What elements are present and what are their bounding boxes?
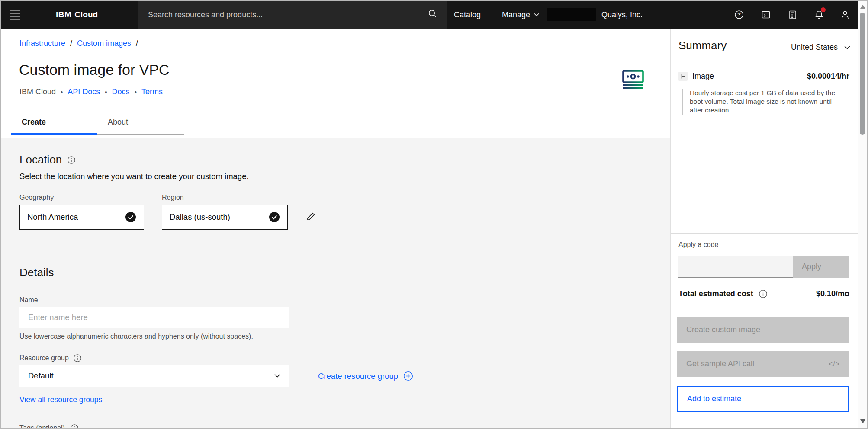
logo-cloud-text: Cloud [74,10,98,19]
total-cost-row: Total estimated cost $0.10/mo [678,289,849,298]
chevron-down-icon [844,45,850,49]
chevron-down-icon [534,13,539,16]
breadcrumb-separator: / [70,39,72,48]
image-line-item-description: Hourly storage cost per 1 GB of data use… [682,89,841,115]
view-all-resource-groups-link[interactable]: View all resource groups [19,395,102,404]
details-section-heading: Details [19,266,54,279]
get-sample-api-call-label: Get sample API call [686,359,754,368]
geography-label: Geography [19,194,54,202]
profile-icon[interactable] [840,10,850,20]
global-search [138,1,447,29]
location-section-heading: Location [19,153,76,166]
summary-heading: Summary [678,39,727,52]
region-tile[interactable]: Dallas (us-south) [162,205,288,230]
bullet-separator: • [135,88,137,96]
total-cost-value: $0.10/mo [816,289,849,298]
summary-image-row: Image $0.00014/hr [678,72,849,81]
location-description: Select the location where you want to cr… [19,172,249,181]
region-label: Region [162,194,184,202]
geography-value: North America [27,212,78,222]
nav-manage[interactable]: Manage [502,1,539,29]
country-value: United States [791,43,838,52]
apply-code-button[interactable]: Apply [793,256,849,278]
apply-code-row: Apply [678,256,849,278]
scrollbar-up-arrow[interactable] [860,5,865,9]
name-helper-text: Use lowercase alphanumeric characters an… [19,333,253,340]
web-terminal-icon[interactable] [761,10,771,20]
cost-estimator-icon[interactable] [788,10,798,20]
tags-label-row: Tags (optional) [19,424,79,429]
tab-about[interactable]: About [97,116,184,135]
resource-group-select[interactable]: Default [19,365,289,387]
bullet-separator: • [105,88,107,96]
name-input[interactable] [19,307,289,328]
scrollbar-down-arrow[interactable] [860,419,865,423]
resource-group-label-row: Resource group [19,354,82,362]
get-sample-api-call-button[interactable]: Get sample API call </> [677,351,849,377]
add-circle-icon [403,371,413,381]
promo-code-input[interactable] [678,256,793,278]
summary-panel: Summary United States Image $0.00014/hr … [670,29,860,429]
notification-badge [821,7,826,12]
create-custom-image-button[interactable]: Create custom image [677,317,849,343]
main-content: Infrastructure / Custom images / Custom … [1,29,670,429]
edit-location-icon[interactable] [305,210,317,223]
nav-catalog[interactable]: Catalog [454,1,481,29]
terms-link[interactable]: Terms [141,87,163,96]
logo-ibm-text: IBM [56,10,71,19]
divider [671,233,860,234]
custom-image-product-icon [622,70,644,92]
tab-create[interactable]: Create [11,116,97,135]
ibm-cloud-logo[interactable]: IBM Cloud [56,1,98,29]
bullet-separator: • [61,88,63,96]
resource-group-value: Default [28,371,54,381]
info-icon[interactable] [73,354,82,362]
code-icon: </> [829,360,840,368]
page-subtitle: IBM Cloud • API Docs • Docs • Terms [19,87,163,96]
provider-label: IBM Cloud [19,87,56,96]
create-resource-group-link[interactable]: Create resource group [318,371,413,381]
account-name: Qualys, Inc. [601,1,643,29]
image-line-item-price: $0.00014/hr [807,72,849,81]
region-value: Dallas (us-south) [170,212,230,222]
add-to-estimate-button[interactable]: Add to estimate [677,386,849,412]
notifications-icon[interactable] [814,10,824,20]
apply-code-label: Apply a code [678,241,719,249]
ibm-cloud-console: IBM Cloud Catalog Manage Qualys, Inc. ? [0,0,868,429]
chevron-down-icon [274,374,280,378]
image-line-item-label: Image [692,72,714,81]
page-scrollbar[interactable] [858,1,867,428]
resource-group-label: Resource group [19,354,69,362]
api-docs-link[interactable]: API Docs [68,87,100,96]
page-title: Custom image for VPC [19,61,170,78]
tags-label: Tags (optional) [19,424,65,429]
create-resource-group-label: Create resource group [318,371,398,381]
breadcrumb-custom-images[interactable]: Custom images [77,39,131,48]
checkmark-icon [269,211,280,223]
checkmark-icon [125,211,136,223]
docs-link[interactable]: Docs [112,87,130,96]
search-icon[interactable] [428,9,438,21]
search-input[interactable] [148,10,428,19]
breadcrumb-infrastructure[interactable]: Infrastructure [19,39,65,48]
details-heading: Details [19,266,54,279]
tab-bar: Create About [11,116,184,135]
expand-row-icon[interactable] [678,72,688,81]
svg-text:?: ? [737,12,741,18]
redacted-account-id [547,8,596,21]
divider [671,65,860,65]
name-label: Name [19,296,38,304]
info-icon[interactable] [67,156,76,164]
geography-tile[interactable]: North America [19,205,144,230]
info-icon[interactable] [759,289,768,298]
total-cost-label: Total estimated cost [678,289,753,298]
global-header: IBM Cloud Catalog Manage Qualys, Inc. ? [1,1,867,29]
info-icon[interactable] [70,424,79,429]
country-select[interactable]: United States [791,43,850,52]
breadcrumb-separator: / [136,39,138,48]
breadcrumb: Infrastructure / Custom images / [19,39,138,48]
help-icon[interactable]: ? [734,10,744,20]
scrollbar-thumb[interactable] [860,13,865,135]
location-heading: Location [19,153,62,166]
menu-icon[interactable] [10,10,20,20]
